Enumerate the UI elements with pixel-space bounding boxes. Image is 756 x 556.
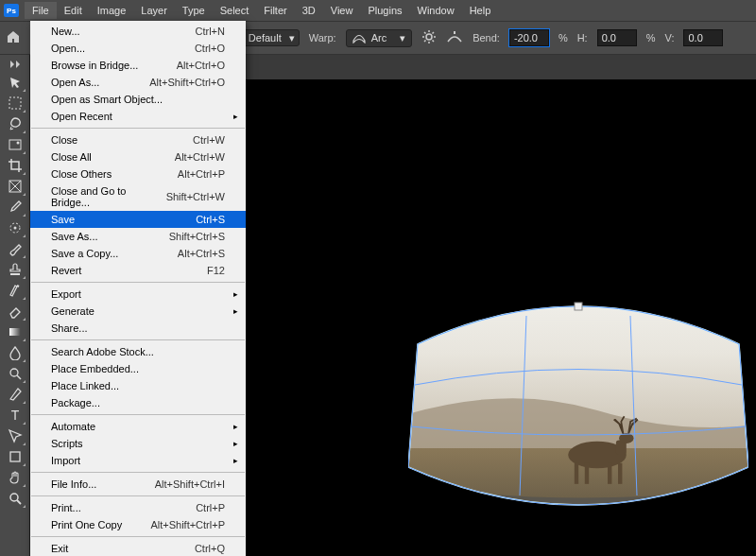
svg-point-7 xyxy=(13,227,16,230)
menu-item-share[interactable]: Share... xyxy=(30,320,246,337)
menu-item-scripts[interactable]: Scripts xyxy=(30,435,246,452)
menu-item-package[interactable]: Package... xyxy=(30,394,246,411)
heal-tool-icon[interactable] xyxy=(3,217,27,238)
menu-item-shortcut: Shift+Ctrl+S xyxy=(169,231,225,242)
move-tool-icon[interactable] xyxy=(3,72,27,93)
menu-type[interactable]: Type xyxy=(175,2,213,19)
menu-item-print-one-copy[interactable]: Print One CopyAlt+Shift+Ctrl+P xyxy=(30,516,246,533)
menu-item-label: Open Recent xyxy=(51,111,112,122)
menu-file[interactable]: File xyxy=(25,2,57,19)
menu-image[interactable]: Image xyxy=(90,2,134,19)
lasso-tool-icon[interactable] xyxy=(3,113,27,134)
menu-help[interactable]: Help xyxy=(462,2,499,19)
menu-item-revert[interactable]: RevertF12 xyxy=(30,262,246,279)
marquee-tool-icon[interactable] xyxy=(3,93,27,113)
menu-item-label: Scripts xyxy=(51,438,83,449)
warped-image[interactable] xyxy=(408,278,748,533)
menu-item-close-all[interactable]: Close AllAlt+Ctrl+W xyxy=(30,148,246,165)
dodge-tool-icon[interactable] xyxy=(3,363,27,384)
warp-select[interactable]: Arc ▾ xyxy=(346,29,413,47)
menu-3d[interactable]: 3D xyxy=(295,2,323,19)
menu-item-open-recent[interactable]: Open Recent xyxy=(30,108,246,125)
stamp-tool-icon[interactable] xyxy=(3,259,27,280)
gradient-tool-icon[interactable] xyxy=(3,321,27,342)
menu-item-shortcut: Alt+Ctrl+P xyxy=(178,168,225,180)
menu-item-import[interactable]: Import xyxy=(30,452,246,469)
menu-item-open[interactable]: Open...Ctrl+O xyxy=(30,40,246,57)
menu-item-export[interactable]: Export xyxy=(30,286,246,303)
wand-tool-icon[interactable] xyxy=(3,134,27,155)
menu-item-close[interactable]: CloseCtrl+W xyxy=(30,131,246,148)
menu-item-open-as[interactable]: Open As...Alt+Shift+Ctrl+O xyxy=(30,74,246,91)
svg-rect-3 xyxy=(9,140,21,149)
menu-item-close-others[interactable]: Close OthersAlt+Ctrl+P xyxy=(30,165,246,182)
history-tool-icon[interactable] xyxy=(3,280,27,301)
v-input[interactable] xyxy=(683,29,723,46)
warp-options-icon[interactable] xyxy=(421,29,437,46)
menu-item-exit[interactable]: ExitCtrl+Q xyxy=(30,540,246,556)
menu-item-label: Close xyxy=(51,134,77,146)
menu-item-browse-in-bridge[interactable]: Browse in Bridge...Alt+Ctrl+O xyxy=(30,57,246,74)
menu-item-save-a-copy[interactable]: Save a Copy...Alt+Ctrl+S xyxy=(30,245,246,262)
menu-edit[interactable]: Edit xyxy=(57,2,90,19)
menu-item-save-as[interactable]: Save As...Shift+Ctrl+S xyxy=(30,228,246,245)
hand-tool-icon[interactable] xyxy=(3,467,27,488)
menu-item-shortcut: Ctrl+O xyxy=(195,43,225,54)
menu-filter[interactable]: Filter xyxy=(256,2,294,19)
pen-tool-icon[interactable] xyxy=(3,384,27,405)
menu-item-print[interactable]: Print...Ctrl+P xyxy=(30,499,246,516)
bend-label: Bend: xyxy=(472,32,500,43)
menu-item-label: Open as Smart Object... xyxy=(51,94,163,105)
menu-item-label: Revert xyxy=(51,265,81,276)
menu-item-save[interactable]: SaveCtrl+S xyxy=(30,211,246,228)
zoom-tool-icon[interactable] xyxy=(3,488,27,509)
menu-item-shortcut: Alt+Ctrl+S xyxy=(178,248,225,259)
shape-tool-icon[interactable] xyxy=(3,446,27,467)
brush-tool-icon[interactable] xyxy=(3,238,27,259)
warp-orientation-icon[interactable] xyxy=(446,29,463,46)
frame-tool-icon[interactable] xyxy=(3,176,27,197)
menu-item-label: Close Others xyxy=(51,168,112,180)
menu-separator xyxy=(31,472,245,473)
h-input[interactable] xyxy=(597,29,637,46)
blur-tool-icon[interactable] xyxy=(3,342,27,363)
toolbox-expander-icon[interactable] xyxy=(3,59,27,70)
menu-item-automate[interactable]: Automate xyxy=(30,418,246,435)
menu-item-shortcut: Shift+Ctrl+W xyxy=(166,191,225,202)
crop-tool-icon[interactable] xyxy=(3,155,27,176)
menu-select[interactable]: Select xyxy=(213,2,257,19)
menu-item-search-adobe-stock[interactable]: Search Adobe Stock... xyxy=(30,343,246,360)
warp-value: Arc xyxy=(371,32,387,43)
type-tool-icon[interactable]: T xyxy=(3,405,27,426)
menu-item-generate[interactable]: Generate xyxy=(30,303,246,320)
home-icon[interactable] xyxy=(6,29,21,46)
menu-item-label: Save As... xyxy=(51,231,98,242)
menu-item-shortcut: Alt+Shift+Ctrl+P xyxy=(150,519,225,530)
warp-control-handle[interactable] xyxy=(575,303,582,310)
eyedropper-tool-icon[interactable] xyxy=(3,197,27,217)
eraser-tool-icon[interactable] xyxy=(3,301,27,321)
svg-point-13 xyxy=(10,494,18,501)
menu-item-new[interactable]: New...Ctrl+N xyxy=(30,23,246,40)
menu-window[interactable]: Window xyxy=(410,2,462,19)
h-label: H: xyxy=(577,32,588,43)
menu-item-shortcut: F12 xyxy=(207,265,225,276)
path-tool-icon[interactable] xyxy=(3,426,27,446)
menu-item-file-info[interactable]: File Info...Alt+Shift+Ctrl+I xyxy=(30,476,246,493)
menu-item-place-linked[interactable]: Place Linked... xyxy=(30,377,246,394)
grid-select[interactable]: Default xyxy=(242,29,300,46)
menu-item-label: New... xyxy=(51,26,80,37)
menu-item-shortcut: Ctrl+N xyxy=(196,26,225,37)
menu-separator xyxy=(31,282,245,283)
menu-item-place-embedded[interactable]: Place Embedded... xyxy=(30,360,246,377)
bend-input[interactable] xyxy=(509,29,549,46)
menu-item-close-and-go-to-bridge[interactable]: Close and Go to Bridge...Shift+Ctrl+W xyxy=(30,182,246,211)
menu-plugins[interactable]: Plugins xyxy=(360,2,409,19)
menu-item-shortcut: Alt+Shift+Ctrl+O xyxy=(149,77,225,88)
menu-layer[interactable]: Layer xyxy=(133,2,175,19)
menu-view[interactable]: View xyxy=(323,2,361,19)
menu-item-label: Save xyxy=(51,214,75,225)
svg-rect-19 xyxy=(575,463,578,484)
menu-item-shortcut: Ctrl+W xyxy=(193,134,225,146)
menu-item-open-as-smart-object[interactable]: Open as Smart Object... xyxy=(30,91,246,108)
